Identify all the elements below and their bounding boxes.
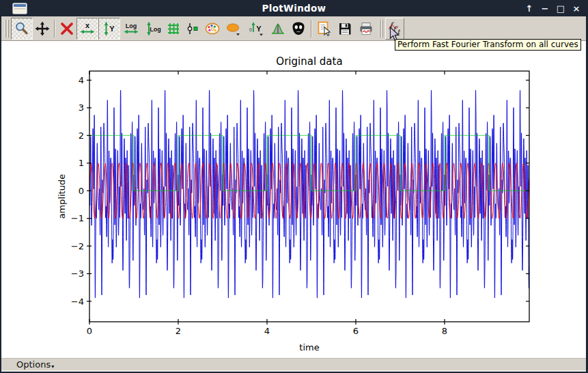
clipboard-paste-icon <box>316 20 333 37</box>
svg-text:6: 6 <box>353 326 359 336</box>
gaussian-icon <box>270 20 286 37</box>
svg-text:−1: −1 <box>71 213 84 223</box>
palette-icon <box>204 20 221 37</box>
plot-window: PlotWindow ↑ − □ × <box>0 0 588 373</box>
printer-icon <box>358 20 374 37</box>
symbol-button[interactable] <box>223 18 244 40</box>
statusbar-strip <box>1 370 586 372</box>
x-axis-arrow-icon: x <box>79 20 96 37</box>
svg-text:4: 4 <box>264 326 270 336</box>
toolbar-handle[interactable] <box>378 18 384 39</box>
plot-series <box>89 90 529 298</box>
zoom-x-button[interactable]: x <box>76 18 98 40</box>
svg-text:x: x <box>85 21 90 29</box>
chevron-down-icon: ▾ <box>51 363 54 370</box>
magnifier-icon <box>14 20 30 37</box>
move-arrows-icon <box>34 20 51 37</box>
svg-text:0: 0 <box>87 326 92 336</box>
svg-text:Y: Y <box>256 25 262 33</box>
x-axis-label: time <box>299 342 319 353</box>
floppy-disk-icon <box>337 20 353 37</box>
svg-text:4: 4 <box>79 75 84 85</box>
fft-icon: f f t <box>387 20 403 37</box>
mask-icon <box>290 20 307 37</box>
red-x-icon <box>59 20 75 37</box>
distribution-button[interactable] <box>268 18 288 40</box>
y-axis-label: amplitude <box>57 174 67 219</box>
grid-icon <box>165 20 182 37</box>
mask-button[interactable] <box>288 18 309 40</box>
svg-text:0: 0 <box>249 27 252 32</box>
save-button[interactable] <box>335 18 355 40</box>
window-title: PlotWindow <box>0 0 588 16</box>
print-button[interactable] <box>355 18 377 40</box>
y-scale-icon: 0 Y <box>247 20 265 37</box>
shade-button[interactable]: ↑ <box>524 3 534 14</box>
svg-text:2: 2 <box>79 130 84 141</box>
svg-text:0: 0 <box>79 186 84 196</box>
options-button[interactable]: Options <box>16 359 51 370</box>
pan-button[interactable] <box>33 18 52 40</box>
svg-text:Log: Log <box>150 25 161 32</box>
grid-button[interactable] <box>164 18 183 40</box>
svg-text:t: t <box>397 27 401 35</box>
title-bar[interactable]: PlotWindow ↑ − □ × <box>0 0 588 16</box>
svg-text:1: 1 <box>79 158 84 168</box>
toolbar-handle[interactable] <box>3 18 10 39</box>
svg-text:8: 8 <box>442 326 447 336</box>
curve-style-button[interactable] <box>183 18 202 40</box>
plot-client-area: 02468−4−3−2−101234Original datatimeampli… <box>1 41 586 358</box>
fft-button[interactable]: f f t <box>385 18 404 40</box>
toolbar: x Y Log <box>1 16 586 41</box>
log-y-button[interactable]: Log <box>142 18 164 40</box>
log-y-icon: Log <box>145 20 161 37</box>
slider-icon <box>184 20 201 37</box>
close-button[interactable]: × <box>572 3 581 14</box>
minimize-button[interactable]: − <box>540 3 550 14</box>
plot-canvas[interactable]: 02468−4−3−2−101234Original datatimeampli… <box>1 41 586 358</box>
orange-ellipse-icon <box>225 20 242 37</box>
svg-text:−4: −4 <box>71 296 84 307</box>
svg-text:−3: −3 <box>71 268 84 279</box>
y-scale-button[interactable]: 0 Y <box>244 18 268 40</box>
svg-text:3: 3 <box>79 102 84 113</box>
log-x-icon: Log <box>123 20 139 37</box>
maximize-button[interactable]: □ <box>556 3 565 14</box>
svg-text:Log: Log <box>126 22 137 29</box>
toolbar-separator <box>309 18 314 39</box>
options-bar: Options ▾ <box>1 358 586 370</box>
log-x-button[interactable]: Log <box>120 18 142 40</box>
plot-title: Original data <box>276 55 342 68</box>
svg-text:−2: −2 <box>71 241 84 251</box>
colors-button[interactable] <box>202 18 223 40</box>
y-axis-arrow-icon: Y <box>101 20 117 37</box>
toolbar-separator <box>52 18 57 39</box>
svg-text:Y: Y <box>109 25 115 33</box>
zoom-y-button[interactable]: Y <box>98 18 120 40</box>
delete-curve-button[interactable] <box>57 18 76 40</box>
zoom-button[interactable] <box>11 18 33 40</box>
paste-button[interactable] <box>314 18 335 40</box>
fft-tooltip: Perform Fast Fourier Transform on all cu… <box>395 39 581 51</box>
svg-text:2: 2 <box>176 326 181 336</box>
